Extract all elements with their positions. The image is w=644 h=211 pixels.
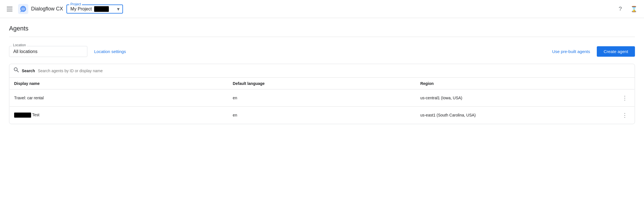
- col-actions: [603, 78, 635, 89]
- search-label: Search: [22, 69, 35, 73]
- svg-point-3: [24, 8, 25, 9]
- hourglass-icon: ⌛: [630, 6, 637, 12]
- agent-lang-travel: en: [228, 89, 416, 107]
- search-input[interactable]: [38, 69, 630, 73]
- dialogflow-logo-icon: [18, 4, 28, 14]
- page-title: Agents: [9, 25, 635, 32]
- svg-point-1: [22, 8, 23, 9]
- help-button[interactable]: ?: [615, 3, 626, 15]
- agent-actions-travel: ⋮: [603, 89, 635, 107]
- col-default-language: Default language: [228, 78, 416, 89]
- logo-container: Dialogflow CX: [18, 4, 63, 14]
- search-icon: [14, 67, 19, 74]
- header-right: ? ⌛: [615, 3, 639, 15]
- search-bar: Search: [9, 64, 635, 78]
- agent-lang-test: en: [228, 107, 416, 124]
- create-agent-button[interactable]: Create agent: [597, 46, 635, 57]
- app-title: Dialogflow CX: [31, 6, 63, 12]
- page-content: Agents Location All locations us-central…: [0, 18, 644, 131]
- table-row: Travel: car rental en us-central1 (Iowa,…: [10, 89, 635, 107]
- location-select[interactable]: All locations us-central1 (Iowa, USA) us…: [9, 46, 87, 57]
- col-region: Region: [416, 78, 603, 89]
- header-left: Dialogflow CX Project My Project ▾: [5, 4, 610, 14]
- agent-name-test: Test: [10, 107, 228, 124]
- hamburger-menu-button[interactable]: [5, 5, 15, 14]
- more-options-button-travel[interactable]: ⋮: [620, 93, 630, 102]
- project-name: My Project: [70, 6, 92, 12]
- project-id-redacted: [94, 6, 109, 12]
- divider: [9, 37, 635, 37]
- col-display-name: Display name: [10, 78, 228, 89]
- agent-name-test-label: Test: [32, 113, 40, 117]
- project-selector-value: My Project: [70, 6, 112, 12]
- agent-region-travel: us-central1 (Iowa, USA): [416, 89, 603, 107]
- app-header: Dialogflow CX Project My Project ▾ ? ⌛: [0, 0, 644, 18]
- table-header: Display name Default language Region: [10, 78, 635, 89]
- location-label: Location: [12, 43, 27, 47]
- agent-name-redacted: [14, 113, 31, 118]
- agents-table-wrapper: Search Display name Default language Reg…: [9, 64, 635, 124]
- hourglass-button[interactable]: ⌛: [628, 3, 639, 15]
- location-settings-link[interactable]: Location settings: [94, 49, 126, 54]
- project-selector[interactable]: Project My Project ▾: [66, 5, 123, 14]
- agent-name-travel: Travel: car rental: [10, 89, 228, 107]
- table-body: Travel: car rental en us-central1 (Iowa,…: [10, 89, 635, 124]
- help-icon: ?: [619, 6, 622, 12]
- table-header-row: Display name Default language Region: [10, 78, 635, 89]
- project-chevron-icon: ▾: [117, 6, 120, 12]
- project-selector-label: Project: [69, 2, 82, 6]
- svg-point-2: [23, 8, 24, 9]
- location-selector-wrapper: Location All locations us-central1 (Iowa…: [9, 46, 87, 57]
- agent-region-test: us-east1 (South Carolina, USA): [416, 107, 603, 124]
- toolbar: Location All locations us-central1 (Iowa…: [9, 46, 635, 57]
- more-options-button-test[interactable]: ⋮: [620, 111, 630, 120]
- use-prebuilt-agents-link[interactable]: Use pre-built agents: [552, 49, 590, 54]
- agents-table: Display name Default language Region Tra…: [9, 78, 635, 124]
- table-row: Test en us-east1 (South Carolina, USA) ⋮: [10, 107, 635, 124]
- agent-actions-test: ⋮: [603, 107, 635, 124]
